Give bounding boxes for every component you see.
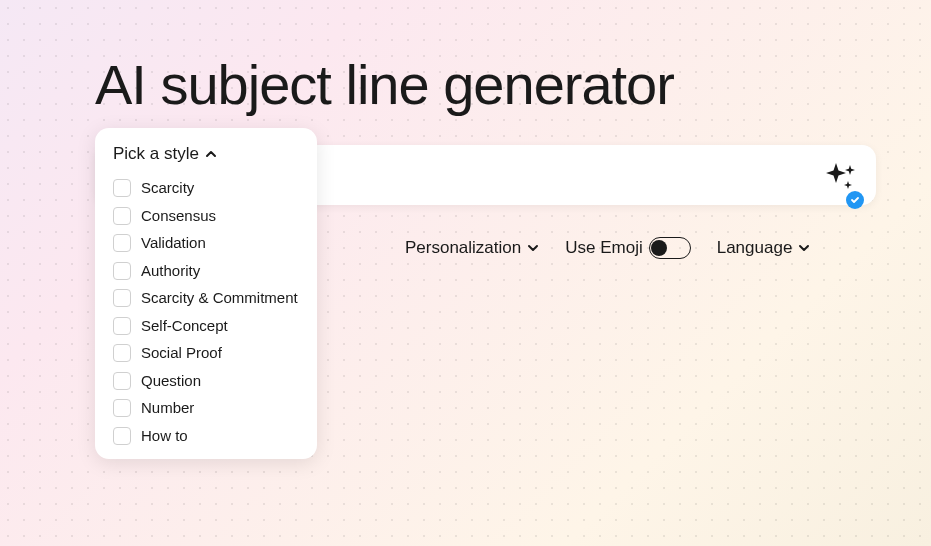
style-option-label: Social Proof: [141, 343, 222, 363]
style-option[interactable]: Number: [113, 398, 299, 418]
verified-badge-icon: [846, 191, 864, 209]
style-dropdown-header[interactable]: Pick a style: [113, 144, 299, 164]
toggle-knob: [651, 240, 667, 256]
style-option-label: Validation: [141, 233, 206, 253]
style-option[interactable]: Scarcity & Commitment: [113, 288, 299, 308]
personalization-label: Personalization: [405, 238, 521, 258]
chevron-down-icon: [798, 242, 810, 254]
style-option-label: How to: [141, 426, 188, 446]
style-option[interactable]: Social Proof: [113, 343, 299, 363]
chevron-up-icon: [205, 148, 217, 160]
style-option[interactable]: How to: [113, 426, 299, 446]
checkbox[interactable]: [113, 317, 131, 335]
checkbox[interactable]: [113, 372, 131, 390]
style-option-label: Question: [141, 371, 201, 391]
style-option-label: Scarcity & Commitment: [141, 288, 298, 308]
style-dropdown-title: Pick a style: [113, 144, 199, 164]
personalization-dropdown[interactable]: Personalization: [405, 238, 539, 258]
emoji-toggle[interactable]: [649, 237, 691, 259]
style-option[interactable]: Scarcity: [113, 178, 299, 198]
checkbox[interactable]: [113, 344, 131, 362]
emoji-toggle-group: Use Emoji: [565, 237, 690, 259]
checkbox[interactable]: [113, 399, 131, 417]
style-option[interactable]: Validation: [113, 233, 299, 253]
style-checkbox-list: ScarcityConsensusValidationAuthorityScar…: [113, 178, 299, 445]
checkbox[interactable]: [113, 427, 131, 445]
sparkle-icon[interactable]: [822, 159, 858, 195]
language-label: Language: [717, 238, 793, 258]
style-option[interactable]: Self-Concept: [113, 316, 299, 336]
style-dropdown-panel: Pick a style ScarcityConsensusValidation…: [95, 128, 317, 459]
style-option-label: Scarcity: [141, 178, 194, 198]
style-option[interactable]: Authority: [113, 261, 299, 281]
checkbox[interactable]: [113, 289, 131, 307]
checkbox[interactable]: [113, 262, 131, 280]
style-option-label: Consensus: [141, 206, 216, 226]
checkbox[interactable]: [113, 179, 131, 197]
checkbox[interactable]: [113, 207, 131, 225]
language-dropdown[interactable]: Language: [717, 238, 811, 258]
checkbox[interactable]: [113, 234, 131, 252]
style-option[interactable]: Question: [113, 371, 299, 391]
style-option-label: Self-Concept: [141, 316, 228, 336]
style-option[interactable]: Consensus: [113, 206, 299, 226]
chevron-down-icon: [527, 242, 539, 254]
style-option-label: Number: [141, 398, 194, 418]
emoji-label: Use Emoji: [565, 238, 642, 258]
style-option-label: Authority: [141, 261, 200, 281]
page-title: AI subject line generator: [0, 0, 931, 117]
